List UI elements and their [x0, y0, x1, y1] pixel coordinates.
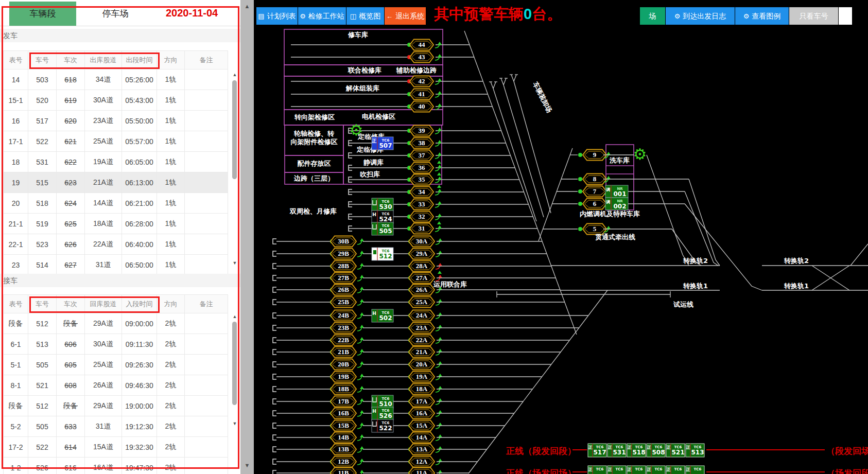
svg-text:TC6: TC6: [674, 467, 682, 471]
svg-text:19B: 19B: [338, 373, 349, 380]
scroll-up-icon[interactable]: ▲: [232, 72, 238, 77]
table-cell: [185, 131, 228, 152]
column-header: 出段时间: [122, 51, 157, 69]
svg-text:512: 512: [379, 253, 392, 260]
toolbar-button-计划列表[interactable]: ▤计划列表: [256, 7, 298, 25]
table-cell: 2轨: [157, 458, 185, 474]
table-row[interactable]: 17-252261415A道19:32:302轨: [4, 437, 228, 458]
toolbar-button-检修工作站[interactable]: ⚙检修工作站: [298, 7, 346, 25]
table-row[interactable]: 1853162219A道06:05:001轨: [4, 152, 228, 172]
svg-text:正: 正: [588, 445, 593, 450]
table-cell: 2轨: [157, 334, 185, 355]
table-cell: 段备: [4, 396, 28, 416]
table-row[interactable]: 段备512段备29A道09:00:002轨: [4, 313, 228, 334]
table-cell: 19: [4, 172, 28, 193]
table-row[interactable]: 5-250563331道19:12:302轨: [4, 416, 228, 437]
table-row[interactable]: 2351462731道06:50:001轨: [4, 255, 228, 275]
toolbar-button-到达出发日志[interactable]: ⚙到达出发日志: [666, 7, 735, 25]
table-cell: 1轨: [157, 69, 185, 90]
svg-text:517: 517: [593, 449, 606, 456]
table-row[interactable]: 22-152362622A道06:40:001轨: [4, 234, 228, 255]
tab-depot[interactable]: 车辆段: [9, 2, 76, 26]
column-header: 方向: [157, 51, 185, 69]
table-cell: 2轨: [157, 375, 185, 396]
scroll-thumb[interactable]: [232, 322, 237, 405]
svg-text:双周检、月修库: 双周检、月修库: [289, 207, 337, 215]
table-row[interactable]: 6-151360630A道09:11:302轨: [4, 334, 228, 355]
table-row[interactable]: 1951562321A道06:13:001轨: [4, 172, 228, 193]
table-cell: 1轨: [157, 214, 185, 234]
svg-text:7: 7: [593, 187, 597, 195]
svg-text:33: 33: [419, 200, 426, 208]
svg-text:正线（段发回段）: 正线（段发回段）: [506, 446, 576, 456]
toolbar-button-场[interactable]: 场: [640, 7, 665, 25]
svg-text:20A: 20A: [416, 360, 428, 368]
column-header: 车号: [28, 295, 57, 313]
svg-text:518: 518: [632, 449, 645, 456]
toolbar-button-查看图例[interactable]: ⚙查看图例: [735, 7, 789, 25]
page-scrollbar[interactable]: ▲ ▼: [240, 0, 254, 474]
table-row[interactable]: 2051862414A道06:21:001轨: [4, 193, 228, 214]
table-cell: 26A道: [85, 375, 122, 396]
table-cell: 17-2: [4, 437, 28, 458]
table-cell: 09:11:30: [122, 334, 157, 355]
svg-text:507: 507: [379, 142, 392, 149]
svg-text:508: 508: [652, 449, 665, 456]
table-cell: 523: [28, 234, 57, 255]
scroll-down-icon[interactable]: ▼: [232, 260, 238, 266]
table-cell: 20: [4, 193, 28, 214]
table-cell: 19A道: [85, 152, 122, 172]
table-cell: 21-1: [4, 214, 28, 234]
table-cell: 31道: [85, 416, 122, 437]
scroll-thumb[interactable]: [232, 80, 237, 179]
toolbar-button-只看车号[interactable]: 只看车号: [789, 7, 838, 25]
tab-yard[interactable]: 停车场: [76, 2, 154, 26]
table-row[interactable]: 8-152160826A道09:46:302轨: [4, 375, 228, 396]
svg-text:39: 39: [419, 127, 426, 134]
table-cell: 06:21:00: [122, 193, 157, 214]
svg-text:⚙: ⚙: [633, 145, 647, 163]
svg-text:TC6: TC6: [635, 467, 643, 471]
table-row[interactable]: 17-152262125A道05:57:001轨: [4, 131, 228, 152]
table-row[interactable]: 1-252661616A道19:47:302轨: [4, 458, 228, 474]
table-row[interactable]: 5-150560525A道09:26:302轨: [4, 355, 228, 375]
table-cell: 05:26:00: [122, 69, 157, 90]
scroll-down-icon[interactable]: ▼: [240, 462, 254, 468]
table-cell: [185, 69, 228, 90]
scroll-up-icon[interactable]: ▲: [240, 3, 254, 9]
table-cell: [185, 437, 228, 458]
table-row[interactable]: 1651762023A道05:50:001轨: [4, 111, 228, 131]
arrive-scrollbar[interactable]: ▲ ▼: [231, 314, 238, 428]
table-row[interactable]: 段备512段备29A道19:00:002轨: [4, 396, 228, 416]
table-cell: [185, 313, 228, 334]
table-cell: 521: [28, 375, 57, 396]
svg-text:洗车库: 洗车库: [609, 156, 630, 164]
svg-text:贯通式牵出线: 贯通式牵出线: [595, 233, 635, 241]
depart-table: 表号车号车次出库股道出段时间方向备注 1450361834道05:26:001轨…: [3, 50, 228, 275]
table-cell: 512: [28, 313, 57, 334]
svg-text:28B: 28B: [338, 262, 349, 270]
table-cell: 05:57:00: [122, 131, 157, 152]
svg-text:修车库: 修车库: [348, 31, 368, 39]
table-row[interactable]: 15-152061930A道05:43:001轨: [4, 90, 228, 111]
svg-text:8: 8: [593, 175, 597, 183]
table-row[interactable]: 1450361834道05:26:001轨: [4, 69, 228, 90]
svg-text:13A: 13A: [416, 445, 428, 453]
back-arrow-icon: ←: [386, 12, 393, 20]
depart-scrollbar[interactable]: ▲ ▼: [231, 72, 238, 268]
svg-text:配件存放区: 配件存放区: [298, 160, 331, 167]
svg-text:29B: 29B: [338, 250, 349, 257]
car-number-checkbox[interactable]: [839, 7, 852, 25]
scroll-down-icon[interactable]: ▼: [232, 421, 238, 426]
svg-text:调: 调: [605, 200, 610, 204]
scroll-up-icon[interactable]: ▲: [232, 314, 238, 319]
svg-text:34: 34: [419, 188, 426, 196]
table-cell: 16A道: [85, 458, 122, 474]
table-cell: 633: [57, 416, 85, 437]
table-cell: 段备: [4, 313, 28, 334]
table-row[interactable]: 21-151962518A道06:28:001轨: [4, 214, 228, 234]
toolbar-button-退出系统[interactable]: ←退出系统: [385, 7, 426, 25]
depart-table-header: 表号车号车次出库股道出段时间方向备注: [4, 51, 228, 69]
toolbar-button-概览图[interactable]: ◫概览图: [346, 7, 384, 25]
table-cell: 19:00:00: [122, 396, 157, 416]
